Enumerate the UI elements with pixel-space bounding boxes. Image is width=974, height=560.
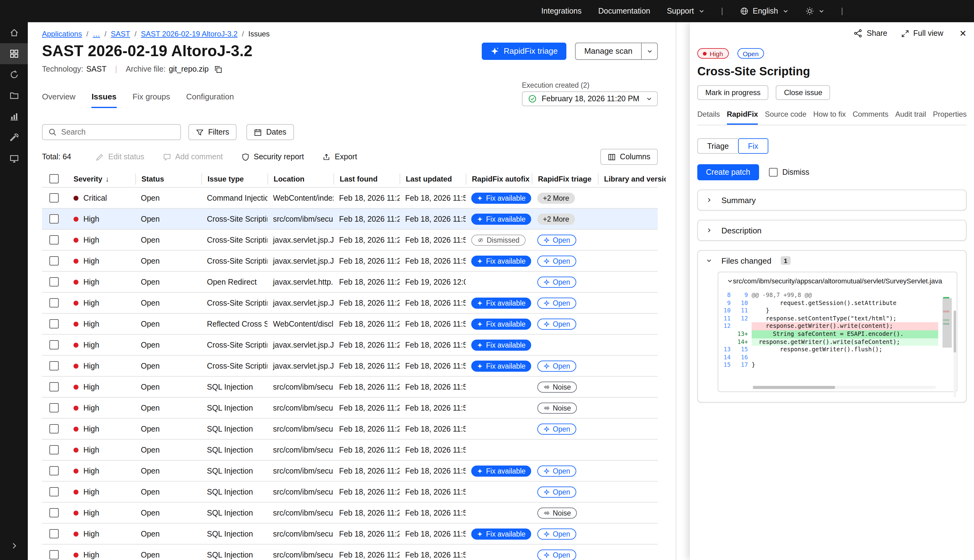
- sidebar-item-scans[interactable]: [0, 64, 28, 85]
- row-checkbox[interactable]: [49, 382, 59, 392]
- row-checkbox[interactable]: [49, 403, 59, 412]
- select-all-checkbox[interactable]: [49, 174, 59, 183]
- dismiss-checkbox[interactable]: [769, 168, 777, 177]
- fix-available-pill[interactable]: Fix available: [471, 192, 531, 203]
- table-row[interactable]: High Open SQL Injection src/com/ibm/secu…: [42, 523, 658, 545]
- breadcrumb-applications[interactable]: Applications: [42, 30, 82, 38]
- summary-section-toggle[interactable]: Summary: [698, 190, 966, 210]
- noise-triage-pill[interactable]: Noise: [537, 402, 577, 413]
- open-triage-pill[interactable]: Open: [537, 297, 576, 308]
- row-checkbox[interactable]: [49, 235, 59, 245]
- fix-available-pill[interactable]: Fix available: [471, 360, 531, 372]
- vertical-scrollbar-thumb[interactable]: [954, 310, 956, 353]
- open-triage-pill[interactable]: Open: [537, 465, 576, 476]
- header-last-updated[interactable]: Last updated: [400, 173, 466, 184]
- tab-source-code[interactable]: Source code: [765, 110, 807, 125]
- open-triage-pill[interactable]: Open: [537, 486, 576, 497]
- topbar-theme-menu[interactable]: [806, 7, 824, 15]
- table-row[interactable]: High Open Cross-Site Scripting javax.ser…: [42, 251, 658, 272]
- sidebar-item-tools[interactable]: [0, 127, 28, 148]
- tab-audit-trail[interactable]: Audit trail: [895, 110, 926, 125]
- fix-available-pill[interactable]: Fix available: [471, 528, 531, 539]
- header-status[interactable]: Status: [135, 173, 201, 184]
- edit-status-button[interactable]: Edit status: [96, 153, 145, 161]
- more-triage-pill[interactable]: +2 More: [537, 213, 575, 225]
- close-issue-button[interactable]: Close issue: [776, 85, 831, 100]
- row-checkbox[interactable]: [49, 466, 59, 475]
- dismissed-pill[interactable]: Dismissed: [471, 234, 525, 245]
- table-row[interactable]: High Open Cross-Site Scripting javax.ser…: [42, 230, 658, 251]
- open-triage-pill[interactable]: Open: [537, 423, 576, 434]
- header-severity[interactable]: Severity↓: [68, 173, 135, 184]
- header-rapidfix-triage[interactable]: RapidFix triage: [532, 173, 598, 184]
- open-triage-pill[interactable]: Open: [537, 318, 576, 329]
- open-triage-pill[interactable]: Open: [537, 360, 576, 372]
- table-row[interactable]: High Open SQL Injection src/com/ibm/secu…: [42, 440, 658, 461]
- row-checkbox[interactable]: [49, 508, 59, 517]
- noise-triage-pill[interactable]: Noise: [537, 507, 577, 518]
- manage-scan-dropdown-button[interactable]: [641, 43, 657, 59]
- more-triage-pill[interactable]: +2 More: [537, 192, 575, 203]
- header-location[interactable]: Location: [267, 173, 334, 184]
- tab-configuration[interactable]: Configuration: [186, 92, 234, 108]
- table-row[interactable]: High Open SQL Injection src/com/ibm/secu…: [42, 482, 658, 503]
- files-changed-section-toggle[interactable]: Files changed 1: [698, 251, 966, 270]
- open-triage-pill[interactable]: Open: [537, 549, 576, 560]
- full-view-button[interactable]: Full view: [901, 29, 943, 38]
- export-button[interactable]: Export: [322, 153, 357, 161]
- table-row[interactable]: High Open Open Redirect javax.servlet.ht…: [42, 272, 658, 293]
- create-patch-button[interactable]: Create patch: [697, 164, 759, 180]
- tab-issues[interactable]: Issues: [92, 92, 117, 108]
- header-issue-type[interactable]: Issue type: [201, 173, 267, 184]
- sidebar-item-environments[interactable]: [0, 148, 28, 169]
- dismiss-option[interactable]: Dismiss: [769, 168, 809, 177]
- open-triage-pill[interactable]: Open: [537, 528, 576, 539]
- tab-comments[interactable]: Comments: [853, 110, 889, 125]
- close-panel-button[interactable]: ✕: [959, 28, 967, 38]
- table-row[interactable]: High Open Reflected Cross Site S WebCont…: [42, 313, 658, 335]
- add-comment-button[interactable]: Add comment: [163, 153, 223, 161]
- tab-details[interactable]: Details: [697, 110, 720, 125]
- topbar-integrations[interactable]: Integrations: [541, 7, 582, 15]
- minimap[interactable]: [942, 295, 952, 359]
- table-row[interactable]: High Open Cross-Site Scripting javax.ser…: [42, 356, 658, 377]
- fix-available-pill[interactable]: Fix available: [471, 339, 531, 350]
- vertical-scrollbar[interactable]: [954, 310, 956, 397]
- fix-available-pill[interactable]: Fix available: [471, 255, 531, 267]
- execution-select[interactable]: February 18, 2026 11:20 PM: [522, 92, 658, 106]
- triage-mode-button[interactable]: Triage: [697, 138, 738, 154]
- horizontal-scrollbar-thumb[interactable]: [753, 386, 835, 389]
- open-triage-pill[interactable]: Open: [537, 276, 576, 287]
- row-checkbox[interactable]: [49, 193, 59, 203]
- table-row[interactable]: High Open SQL Injection src/com/ibm/secu…: [42, 377, 658, 398]
- dates-button[interactable]: Dates: [247, 124, 294, 140]
- sidebar-item-reports[interactable]: [0, 106, 28, 127]
- security-report-button[interactable]: Security report: [242, 153, 304, 161]
- sidebar-item-home[interactable]: [0, 22, 28, 43]
- filters-button[interactable]: Filters: [188, 124, 237, 140]
- table-row[interactable]: High Open SQL Injection src/com/ibm/secu…: [42, 503, 658, 523]
- fix-available-pill[interactable]: Fix available: [471, 465, 531, 476]
- header-rapidfix-autofix[interactable]: RapidFix autofix: [466, 173, 532, 184]
- table-row[interactable]: High Open SQL Injection src/com/ibm/secu…: [42, 418, 658, 440]
- row-checkbox[interactable]: [49, 277, 59, 287]
- row-checkbox[interactable]: [49, 361, 59, 370]
- breadcrumb-scan[interactable]: SAST 2026-02-19 AltoroJ-3.2: [141, 30, 237, 38]
- breadcrumb-sast[interactable]: SAST: [111, 30, 130, 38]
- sidebar-item-projects[interactable]: [0, 85, 28, 106]
- row-checkbox[interactable]: [49, 298, 59, 307]
- table-row[interactable]: High Open SQL Injection src/com/ibm/secu…: [42, 398, 658, 418]
- horizontal-scrollbar[interactable]: [753, 386, 936, 389]
- tab-rapidfix[interactable]: RapidFix: [727, 110, 758, 125]
- table-row[interactable]: High Open SQL Injection src/com/ibm/secu…: [42, 461, 658, 482]
- rapidfix-triage-button[interactable]: RapidFix triage: [482, 42, 566, 60]
- table-row[interactable]: Critical Open Command Injection WebConte…: [42, 188, 658, 209]
- row-checkbox[interactable]: [49, 487, 59, 497]
- table-row[interactable]: High Open Cross-Site Scripting javax.ser…: [42, 293, 658, 313]
- table-row[interactable]: High Open Cross-Site Scripting javax.ser…: [42, 335, 658, 356]
- topbar-language-menu[interactable]: English: [740, 7, 789, 15]
- row-checkbox[interactable]: [49, 319, 59, 328]
- manage-scan-button[interactable]: Manage scan: [575, 43, 641, 59]
- sidebar-item-applications[interactable]: [0, 43, 28, 64]
- breadcrumb-overflow[interactable]: …: [93, 30, 100, 38]
